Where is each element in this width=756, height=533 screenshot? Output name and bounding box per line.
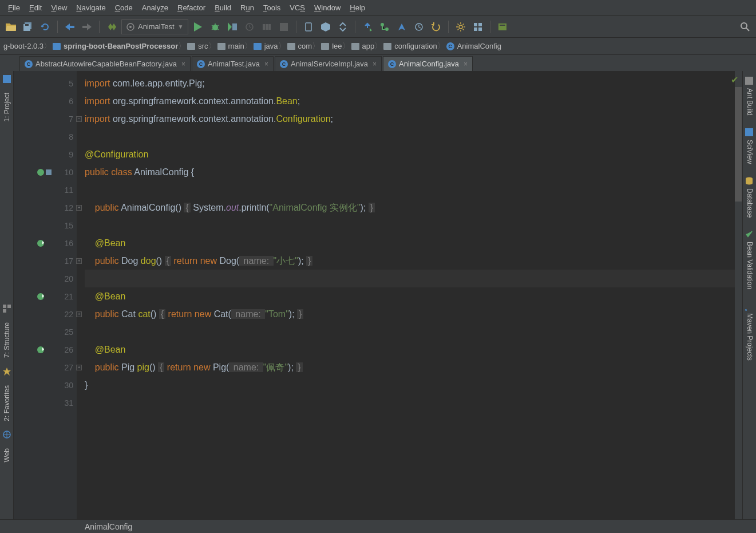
- svg-rect-18: [478, 23, 482, 26]
- spring-bean-icon[interactable]: [37, 292, 54, 301]
- tool-web[interactable]: Web: [3, 446, 11, 464]
- save-all-icon[interactable]: [21, 19, 35, 34]
- spring-bean-icon[interactable]: [37, 168, 54, 177]
- close-icon[interactable]: ×: [181, 60, 185, 68]
- open-icon[interactable]: [3, 19, 18, 34]
- right-tool-strip: Ant Build SciView Database Bean Validati…: [742, 71, 756, 519]
- svg-rect-21: [498, 23, 506, 30]
- close-icon[interactable]: ×: [373, 60, 377, 68]
- fold-icon[interactable]: +: [76, 205, 82, 211]
- breadcrumb-item[interactable]: com: [284, 38, 318, 54]
- menu-refactor[interactable]: Refactor: [173, 2, 210, 14]
- menu-window[interactable]: Window: [310, 2, 345, 14]
- project-tool-icon[interactable]: [2, 74, 11, 84]
- menu-run[interactable]: Run: [236, 2, 259, 14]
- tool-database[interactable]: Database: [745, 176, 754, 219]
- back-icon[interactable]: [62, 19, 77, 34]
- tool-project[interactable]: 1: Project: [3, 90, 11, 124]
- debug-icon[interactable]: [208, 19, 223, 34]
- breadcrumb-item[interactable]: main: [214, 38, 250, 54]
- tab-animal-service-impl[interactable]: CAnimalServiceImpl.java×: [275, 56, 382, 71]
- stop-icon[interactable]: [276, 19, 291, 34]
- menu-tools[interactable]: Tools: [259, 2, 285, 14]
- tool-sciview[interactable]: SciView: [745, 127, 754, 165]
- menu-build[interactable]: Build: [210, 2, 236, 14]
- class-icon: C: [197, 60, 205, 68]
- sdk-icon[interactable]: [318, 19, 333, 34]
- forward-icon[interactable]: [80, 19, 94, 34]
- build-icon[interactable]: [104, 19, 119, 34]
- menu-vcs[interactable]: VCS: [285, 2, 310, 14]
- concurrency-icon[interactable]: [259, 19, 274, 34]
- breadcrumb-item[interactable]: configuration: [380, 38, 442, 54]
- inspection-ok-icon[interactable]: ✔: [731, 74, 738, 85]
- tab-abstract-autowire[interactable]: CAbstractAutowireCapableBeanFactory.java…: [19, 56, 191, 71]
- tab-animal-test[interactable]: CAnimalTest.java×: [192, 56, 274, 71]
- menu-view[interactable]: View: [46, 2, 72, 14]
- svg-rect-24: [3, 75, 11, 83]
- favorites-tool-icon[interactable]: [2, 367, 11, 376]
- vertical-scrollbar[interactable]: [735, 71, 742, 519]
- tool-favorites[interactable]: 2: Favorites: [3, 383, 11, 424]
- coverage-icon[interactable]: [225, 19, 240, 34]
- menu-edit[interactable]: Edit: [25, 2, 46, 14]
- editor[interactable]: 5 6 −7 8 9 10 11 +12 15 16 +17 20 21 +22…: [14, 71, 742, 519]
- web-tool-icon[interactable]: [2, 430, 11, 439]
- spring-bean-icon[interactable]: [37, 345, 54, 354]
- vcs-commit-icon[interactable]: [377, 19, 392, 34]
- svg-point-13: [381, 23, 384, 26]
- ide-scripting-icon[interactable]: [495, 19, 510, 34]
- tool-structure[interactable]: 7: Structure: [3, 320, 11, 360]
- menu-file[interactable]: File: [3, 2, 25, 14]
- left-tool-strip: 1: Project 7: Structure 2: Favorites Web: [0, 71, 14, 519]
- close-icon[interactable]: ×: [264, 60, 268, 68]
- breadcrumb-item[interactable]: CAnimalConfig: [443, 38, 507, 54]
- menu-analyze[interactable]: Analyze: [137, 2, 173, 14]
- structure-tool-icon[interactable]: [2, 304, 11, 313]
- vcs-push-icon[interactable]: [394, 19, 409, 34]
- breadcrumb-item[interactable]: java: [250, 38, 284, 54]
- scroll-thumb[interactable]: [735, 87, 742, 202]
- profile-icon[interactable]: [242, 19, 257, 34]
- search-everywhere-icon[interactable]: [738, 19, 753, 34]
- tab-animal-config[interactable]: CAnimalConfig.java×: [383, 56, 473, 71]
- run-config-select[interactable]: AnimalTest ▼: [121, 19, 188, 34]
- svg-point-4: [129, 26, 132, 28]
- refresh-icon[interactable]: [38, 19, 53, 34]
- breadcrumb-item[interactable]: lee: [318, 38, 347, 54]
- code-area[interactable]: import com.lee.app.entity.Pig; import or…: [77, 71, 735, 519]
- spring-bean-icon[interactable]: [37, 239, 54, 248]
- editor-crumb-label[interactable]: AnimalConfig: [85, 522, 132, 531]
- fold-icon[interactable]: −: [76, 116, 82, 122]
- settings-icon[interactable]: [453, 19, 468, 34]
- menu-help[interactable]: Help: [345, 2, 370, 14]
- gutter[interactable]: 5 6 −7 8 9 10 11 +12 15 16 +17 20 21 +22…: [14, 71, 77, 519]
- svg-rect-27: [3, 309, 6, 313]
- breadcrumb-item[interactable]: g-boot-2.0.3: [0, 38, 49, 54]
- vcs-update-icon[interactable]: [360, 19, 375, 34]
- breadcrumb-item[interactable]: app: [348, 38, 381, 54]
- svg-rect-30: [46, 169, 52, 175]
- project-structure-icon[interactable]: [470, 19, 485, 34]
- svg-point-38: [746, 181, 753, 184]
- editor-tabs: CAbstractAutowireCapableBeanFactory.java…: [0, 55, 756, 71]
- breadcrumb-item[interactable]: spring-boot-BeanPostProcessor: [49, 38, 184, 54]
- sync-icon[interactable]: [335, 19, 350, 34]
- breadcrumb-item[interactable]: src: [184, 38, 213, 54]
- menu-navigate[interactable]: Navigate: [72, 2, 110, 14]
- close-icon[interactable]: ×: [464, 60, 468, 68]
- tool-maven[interactable]: mMaven Projects: [745, 301, 754, 362]
- avd-icon[interactable]: [301, 19, 316, 34]
- menu-code[interactable]: Code: [110, 2, 137, 14]
- fold-icon[interactable]: +: [76, 258, 82, 264]
- folder-icon: [321, 43, 329, 50]
- tool-bean-validation[interactable]: Bean Validation: [745, 229, 754, 290]
- vcs-history-icon[interactable]: [411, 19, 426, 34]
- folder-icon: [187, 43, 195, 50]
- svg-rect-35: [745, 128, 753, 136]
- run-icon[interactable]: [191, 19, 205, 34]
- tool-ant-build[interactable]: Ant Build: [745, 76, 754, 117]
- fold-icon[interactable]: +: [76, 311, 82, 317]
- fold-icon[interactable]: +: [76, 365, 82, 370]
- vcs-revert-icon[interactable]: [429, 19, 444, 34]
